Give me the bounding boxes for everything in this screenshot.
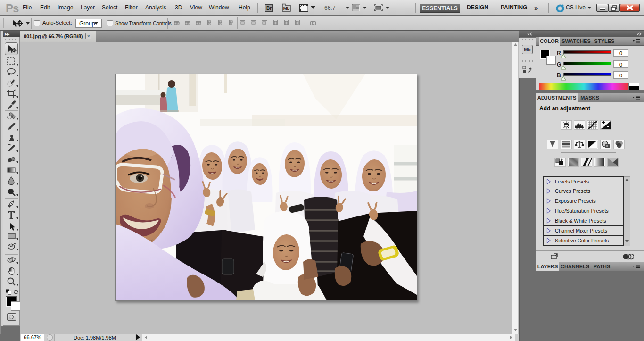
svg-text:Mb: Mb bbox=[283, 6, 290, 11]
